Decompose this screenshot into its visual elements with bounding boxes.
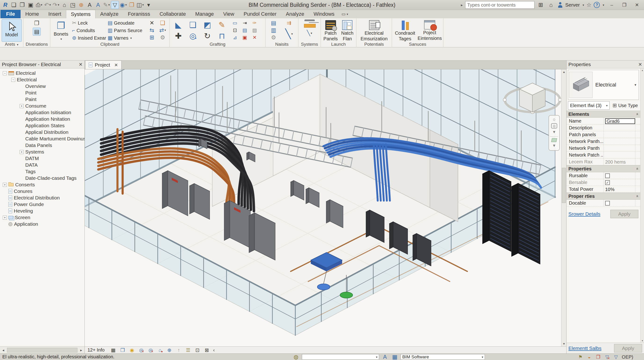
scroll-left-icon[interactable]: ◄ xyxy=(0,347,6,353)
electrical-emsurization-button[interactable]: Electrical Emsurization xyxy=(358,19,390,42)
worksharing-icon[interactable]: ↑ xyxy=(176,347,182,353)
expand-icon[interactable]: + xyxy=(20,104,24,108)
proper-rties-collapse-icon[interactable]: « xyxy=(635,195,640,197)
ribbon-tab-analyze[interactable]: Analyze xyxy=(96,10,123,18)
hide-elements-icon[interactable]: ◎✕ xyxy=(148,347,154,353)
bim-software-combo[interactable]: BIM Software ▾ xyxy=(401,354,485,360)
section-header-elements[interactable]: Elements « xyxy=(566,111,640,118)
ruler-icon[interactable]: ▭ xyxy=(231,19,239,27)
ribbon-tab-windows[interactable]: Windows xyxy=(309,10,339,18)
model-3d-view[interactable] xyxy=(85,69,566,346)
insulation-doc-icon[interactable]: ▤ xyxy=(270,19,278,27)
minimize-button[interactable]: – xyxy=(606,1,617,9)
new-file-icon[interactable]: ❏ xyxy=(10,1,18,9)
conduit-run-icon[interactable]: ╲▾ xyxy=(306,29,314,37)
expand-icon[interactable]: + xyxy=(3,216,7,220)
rursable-checkbox[interactable] xyxy=(605,173,610,178)
ribbon-tab-insert[interactable]: Insert xyxy=(44,10,66,18)
elements-collapse-icon[interactable]: « xyxy=(635,113,640,115)
search-expander-icon[interactable]: ▸ xyxy=(461,3,463,7)
account-label[interactable]: Server xyxy=(565,2,580,8)
model-viewport[interactable]: ○ ◎ ▾ ▾ ▲ ▼ xyxy=(85,69,566,346)
project-browser-close-icon[interactable]: ✕ xyxy=(79,62,82,67)
bonets-button[interactable]: ❐ Bonets ▾ xyxy=(52,19,70,42)
view-tab-close-icon[interactable]: ✕ xyxy=(114,62,118,68)
property-value-network-panth-[interactable] xyxy=(604,138,635,145)
pan-icon[interactable] xyxy=(551,138,557,142)
ribbon-tab-collaborate[interactable]: Collaborate xyxy=(155,10,191,18)
grid-tool-icon[interactable]: ⊞ xyxy=(148,34,156,42)
datum-icon[interactable]: ◉▾ xyxy=(119,1,127,9)
visual-style-icon[interactable]: ❒ xyxy=(120,347,126,353)
tree-item-overview[interactable]: Overview xyxy=(0,83,84,90)
name-input[interactable] xyxy=(605,118,635,124)
property-value-rursable[interactable] xyxy=(604,172,635,179)
condults-button[interactable]: ⌐Condults xyxy=(71,27,106,34)
scroll-right-icon[interactable]: ► xyxy=(78,347,84,353)
tree-item-data-panels[interactable]: Data Panels xyxy=(0,142,84,149)
slope-icon[interactable]: ╲▾ xyxy=(285,30,293,38)
element-selector-combo[interactable]: Elemert Ifwi (3) ▾ xyxy=(568,101,610,110)
offset-icon[interactable]: ⊓ xyxy=(218,32,226,40)
property-value-total-power[interactable]: 10% xyxy=(604,186,635,193)
tab-overflow-icon[interactable]: ▭▾ xyxy=(339,10,350,18)
print-icon[interactable]: ⎙▾ xyxy=(35,1,43,9)
undo-icon[interactable]: ↶▾ xyxy=(44,1,52,9)
property-value-network-patch-[interactable] xyxy=(604,152,635,158)
apps-grid-icon[interactable]: ⊞ xyxy=(537,1,545,9)
save-icon[interactable]: ▣ xyxy=(27,1,35,9)
scroll-up-icon[interactable]: ▲ xyxy=(562,69,566,75)
leck-button[interactable]: ✂Leck xyxy=(71,20,106,27)
model-button[interactable]: Model xyxy=(2,19,22,42)
property-value-bersable[interactable]: ✓ xyxy=(604,179,635,186)
properties-scrollbar[interactable]: ▲ ▼ xyxy=(640,68,644,343)
tree-item-application-isitisation[interactable]: Application Isitisation xyxy=(0,109,84,116)
poject-eintensions-button[interactable]: Poject Eintensions xyxy=(418,19,442,42)
ribbon-tab-foranisss[interactable]: Foranisss xyxy=(123,10,155,18)
condraoit-tages-button[interactable]: Condraoit Tages xyxy=(393,19,417,42)
insised-exear-button[interactable]: ⊚Insised Exear xyxy=(71,35,106,42)
expand-icon[interactable]: + xyxy=(20,150,24,154)
srower-details-link[interactable]: Srower Details xyxy=(568,211,600,217)
tree-item-applical-distribution[interactable]: Applical Distribution xyxy=(0,129,84,135)
props-scroll-down-icon[interactable]: ▼ xyxy=(640,339,644,343)
scale-icon[interactable]: ▦ xyxy=(110,347,116,353)
property-value-name[interactable] xyxy=(604,118,635,124)
sun-path-icon[interactable]: ◉ xyxy=(129,347,135,353)
delete-element-icon[interactable]: ✕ xyxy=(251,34,258,42)
type-selector-caret-icon[interactable]: ▾ xyxy=(634,83,636,87)
crop-region-icon[interactable]: ⊡ xyxy=(194,347,200,353)
docable-checkbox[interactable] xyxy=(605,201,610,206)
property-value-docable[interactable] xyxy=(604,200,635,206)
section-header-properties[interactable]: Properties « xyxy=(566,165,640,172)
paint-status-icon[interactable]: ◒ xyxy=(586,354,592,360)
editable-only-icon[interactable]: ◍ xyxy=(292,353,300,360)
ribbon-tab-view[interactable]: View xyxy=(218,10,239,18)
collapse-icon[interactable]: − xyxy=(3,71,7,75)
panel-launch-label[interactable]: Launch xyxy=(321,42,356,47)
type-selector[interactable]: Electrical ▾ xyxy=(568,70,639,100)
paste-box-icon[interactable]: ◳ xyxy=(69,1,77,9)
tree-item-electrical-distribution[interactable]: Electrical Distribution xyxy=(0,195,84,201)
align-icon[interactable]: ⇥ xyxy=(241,19,249,27)
steering-wheel-icon[interactable]: ◎ xyxy=(551,123,557,128)
text-status-icon[interactable]: A xyxy=(381,353,389,360)
panel-icon[interactable]: ◩ xyxy=(203,21,211,29)
sketch-icon[interactable]: ✎ xyxy=(218,21,226,29)
patch-panels-button[interactable]: Patch Panels xyxy=(322,19,339,42)
selection-filter-icon[interactable]: ▽ xyxy=(613,354,619,360)
tree-item-electrical[interactable]: −Electrical xyxy=(0,76,84,83)
bottom-apply-button[interactable]: Apply xyxy=(614,344,642,352)
tree-item-date-clade-cased-tags[interactable]: Date-Clade-cased Tags xyxy=(0,175,84,182)
property-value-description[interactable] xyxy=(604,124,635,131)
elementt-salbs-link[interactable]: Elementt Salbs xyxy=(568,345,602,351)
collapse-icon[interactable]: − xyxy=(11,78,15,82)
close-button[interactable]: ✕ xyxy=(632,1,642,9)
browser-scroll-thumb[interactable] xyxy=(7,348,78,352)
nav-caret2-icon[interactable]: ▾ xyxy=(553,143,555,148)
account-caret-icon[interactable]: ▾ xyxy=(582,3,584,7)
browser-horizontal-scrollbar[interactable]: ◄ ► xyxy=(0,346,84,353)
view-tab-project[interactable]: Project ✕ xyxy=(85,61,122,69)
panel-clipboard-label[interactable]: Clipboard xyxy=(50,42,170,47)
property-value-lecem-rax[interactable]: 200 hems xyxy=(604,158,635,165)
